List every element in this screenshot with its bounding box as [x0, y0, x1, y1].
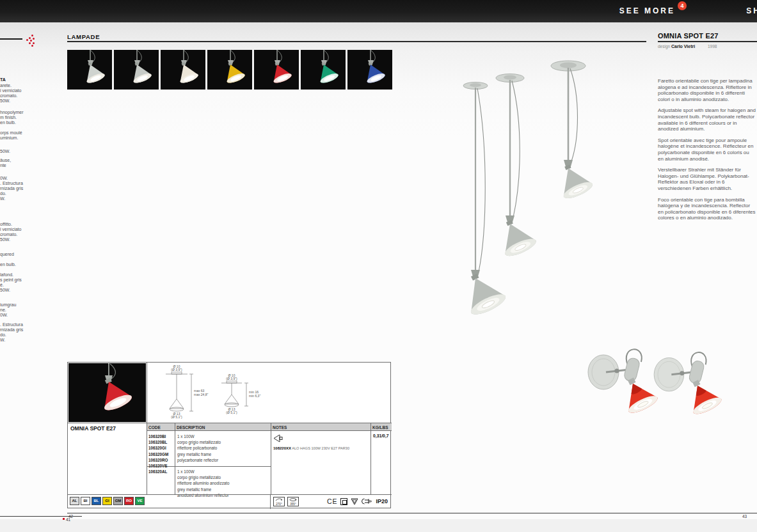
col-header-code: CODE	[147, 423, 175, 431]
col-header-weight: KG/LBS	[371, 423, 392, 431]
lamp-thumb-illustration	[254, 50, 299, 90]
lamp-socket-icon	[362, 498, 372, 505]
description-italian: Faretto orientabile con tige per lampadi…	[658, 78, 756, 102]
description-row2: 1 x 100W corpo grigio metallizzato rifle…	[175, 466, 271, 498]
finish-swatch-al: AL	[70, 497, 79, 505]
table-line	[175, 423, 175, 494]
wall-lamp-right	[654, 352, 723, 417]
code-list-row2: 106320AL	[147, 466, 175, 474]
sidebar-text-fragment: arete. i verniciato cromato. 50W.	[0, 83, 21, 104]
table-line	[68, 423, 392, 423]
design-year: 1998	[708, 44, 717, 49]
variant-thumbnail-grey	[114, 50, 159, 90]
pendant-lamp-left	[457, 82, 508, 318]
table-line	[147, 363, 147, 494]
catalog-page: SEE MORE 4 SH LAMPADE OMNIA SPOT E27 des…	[0, 0, 757, 532]
variant-thumbnail-aluminium	[67, 50, 112, 90]
dim-label: (Ø 3,9")	[171, 368, 182, 372]
description-english: Adjustable spot with steam for halogen a…	[658, 107, 756, 132]
table-product-name: OMNIA SPOT E27	[70, 425, 116, 432]
dim-label: max 24,8"	[194, 393, 209, 396]
lamp-thumb-illustration	[207, 50, 252, 90]
weight-value: 0,31/0,7	[371, 431, 394, 438]
table-line	[371, 423, 371, 494]
share-button[interactable]: SH	[746, 6, 757, 15]
dim-label: min 6,3"	[249, 394, 260, 398]
col-header-notes: NOTES	[271, 423, 371, 431]
sidebar-text-fragment: iumgrau ne. 0W.	[0, 302, 16, 318]
variant-thumbnail-blue	[347, 50, 392, 90]
table-line	[271, 423, 271, 494]
sidebar-text-fragment: . Estructura rnizada gris do. W.	[0, 322, 23, 343]
tilt-angle-icon: 270°	[273, 497, 285, 506]
sidebar-text-fragment: lafond. s peint gris é. 50W.	[0, 272, 22, 293]
pendant-lamps-photo	[426, 52, 653, 363]
variant-thumbnail-green	[301, 50, 346, 90]
sidebar-text-fragment: 0W. . Estructura rnizada gris do. W.	[0, 176, 23, 201]
footer-red-dot	[63, 518, 65, 520]
dim-label: (Ø 5,1")	[171, 415, 182, 419]
product-descriptions: Faretto orientabile con tige per lampadi…	[658, 78, 756, 226]
wall-lamps-illustration	[576, 339, 736, 435]
lamp-thumb-illustration	[67, 50, 112, 90]
finish-swatch-ve: VE	[135, 497, 145, 505]
brand-logo-dots-icon	[26, 35, 36, 47]
designer-name: Carlo Vietri	[671, 44, 695, 49]
top-bar: SEE MORE 4 SH	[0, 0, 757, 22]
ip-rating: IP20	[376, 498, 388, 505]
lamp-thumb-illustration	[161, 50, 205, 90]
notes-cell: 108220XX ALO HAGS 100W 230V E27 PAR30	[271, 431, 371, 494]
wall-lamp-left	[588, 349, 660, 416]
designer-line: design Carlo Vietri 1998	[658, 44, 757, 49]
dim-label: (Ø 3,9")	[226, 377, 237, 380]
spec-table: Ø 10 (Ø 3,9") Ø 13 (Ø 5,1") Ø 10 (Ø 3,9"…	[67, 362, 391, 508]
notes-detail: ALO HAGS 100W 230V E27 PAR30	[291, 446, 349, 450]
sidebar-text-fragment: 50W.	[0, 149, 10, 154]
header-rule-right	[658, 41, 757, 42]
sidebar-text-fragment: quered	[0, 252, 14, 257]
code-list-row1: 106320BI 106320BL 106320GI 106320GM 1063…	[147, 431, 175, 469]
product-title: OMNIA SPOT E27	[658, 32, 719, 40]
dim-label: (Ø 5,1")	[226, 411, 237, 414]
pendant-lamp-middle	[493, 74, 538, 260]
page-number-42: 42	[68, 514, 73, 519]
sidebar-text-fragment: en bulb.	[0, 262, 16, 267]
notes-code: 108220XX	[273, 446, 291, 450]
certification-marks: CE IP20	[327, 497, 391, 505]
section-title: LAMPADE	[67, 33, 100, 40]
svg-text:270°: 270°	[276, 503, 282, 506]
variant-thumbnail-red	[254, 50, 299, 90]
class2-insulation-icon	[340, 498, 347, 505]
footer-rule-spread	[67, 513, 757, 513]
notes-text: 108220XX ALO HAGS 100W 230V E27 PAR30	[273, 446, 349, 450]
ce-mark: CE	[327, 497, 338, 505]
description-spanish: Foco orientable con tige para bombilla h…	[658, 197, 756, 221]
see-more-button[interactable]: SEE MORE	[619, 6, 675, 15]
lamp-thumb-illustration	[301, 50, 346, 90]
sidebar-text-fragment: äuse, nte	[0, 158, 11, 168]
variant-thumbnail-white	[161, 50, 205, 90]
description-german: Verstellbarer Strahler mit Ständer für H…	[658, 167, 756, 191]
sidebar-text-fragment: offitto. i verniciato cromato. 50W.	[0, 222, 21, 242]
finish-swatches: AL BI BL GI GM RO VE	[70, 497, 145, 505]
table-line	[147, 466, 271, 467]
header-rule	[67, 41, 646, 42]
certification-row: 270° 355° CE	[271, 494, 391, 508]
variant-thumbnail-yellow	[207, 50, 252, 90]
pendant-lamp-right	[551, 61, 594, 201]
col-header-description: DESCRIPTION	[175, 423, 271, 431]
description-french: Spot orientable avec tige pour ampoule h…	[658, 137, 756, 162]
description-row1: 1 x 100W corpo grigio metallizzato rifle…	[175, 431, 271, 463]
sidebar-text-fragment: hnopolymer m finish. en bulb.	[0, 110, 24, 125]
left-edge-rule	[0, 38, 22, 40]
page-number-43: 43	[742, 514, 747, 519]
pendant-lamps-illustration	[426, 52, 653, 361]
red-lamp-illustration	[68, 363, 146, 422]
rotation-angle-icon: 355°	[287, 497, 299, 506]
par-lamp-icon	[273, 434, 283, 442]
product-photo-thumb	[68, 363, 146, 422]
finish-swatch-bi: BI	[81, 497, 90, 505]
svg-text:355°: 355°	[290, 503, 296, 506]
design-label: design	[658, 44, 670, 49]
finish-swatch-ro: RO	[124, 497, 134, 505]
